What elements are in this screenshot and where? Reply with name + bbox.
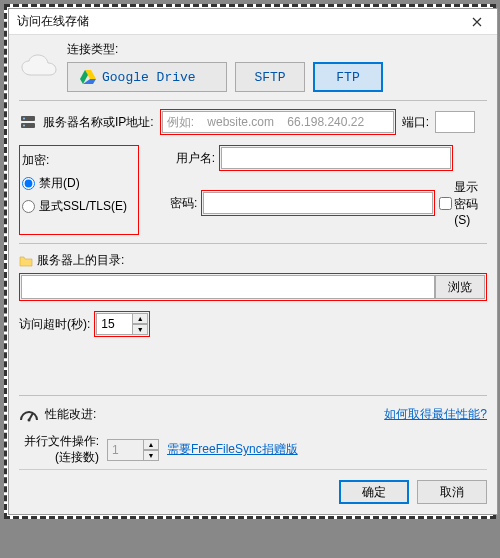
timeout-up-button[interactable]: ▲ [132, 313, 148, 324]
radio-ssl[interactable] [22, 200, 35, 213]
performance-label: 性能改进: [45, 406, 96, 423]
parallel-down-button[interactable]: ▼ [143, 450, 159, 461]
svg-point-5 [28, 419, 31, 422]
username-input[interactable] [221, 147, 451, 169]
gdrive-icon [80, 70, 96, 84]
svg-point-2 [23, 118, 25, 120]
server-icon [19, 113, 37, 131]
cancel-button[interactable]: 取消 [417, 480, 487, 504]
ssl-label: 显式SSL/TLS(E) [39, 198, 127, 215]
donate-link[interactable]: 需要FreeFileSync捐赠版 [167, 441, 298, 458]
radio-disable[interactable] [22, 177, 35, 190]
ftp-label: FTP [336, 70, 359, 85]
username-label: 用户名: [169, 150, 215, 167]
directory-label: 服务器上的目录: [37, 252, 124, 269]
cloud-icon [19, 53, 59, 81]
timeout-label: 访问超时(秒): [19, 316, 90, 333]
svg-point-3 [23, 125, 25, 127]
best-performance-link[interactable]: 如何取得最佳性能? [384, 406, 487, 423]
port-label: 端口: [402, 114, 429, 131]
gdrive-label: Google Drive [102, 70, 196, 85]
timeout-down-button[interactable]: ▼ [132, 324, 148, 335]
ftp-button[interactable]: FTP [313, 62, 383, 92]
close-icon [472, 17, 482, 27]
password-input[interactable] [203, 192, 433, 214]
gauge-icon [19, 404, 39, 424]
parallel-input [107, 439, 143, 461]
show-pw-box[interactable] [439, 197, 452, 210]
encryption-label: 加密: [22, 152, 130, 169]
google-drive-button[interactable]: Google Drive [67, 62, 227, 92]
port-input[interactable] [435, 111, 475, 133]
parallel-label: 并行文件操作: (连接数) [19, 434, 99, 465]
connection-type-label: 连接类型: [67, 41, 383, 58]
parallel-up-button[interactable]: ▲ [143, 439, 159, 450]
sftp-label: SFTP [254, 70, 285, 85]
close-button[interactable] [457, 9, 497, 35]
dialog-window: 访问在线存储 连接类型: Google Drive SFTP [8, 8, 498, 515]
disable-label: 禁用(D) [39, 175, 80, 192]
encryption-disable-radio[interactable]: 禁用(D) [22, 175, 130, 192]
sftp-button[interactable]: SFTP [235, 62, 305, 92]
password-label: 密码: [169, 195, 197, 212]
encryption-ssl-radio[interactable]: 显式SSL/TLS(E) [22, 198, 130, 215]
folder-icon [19, 255, 33, 267]
timeout-input[interactable] [96, 313, 132, 335]
directory-input[interactable] [21, 275, 435, 299]
server-input[interactable] [162, 111, 394, 133]
show-password-checkbox[interactable]: 显示密码(S) [439, 179, 488, 227]
titlebar: 访问在线存储 [9, 9, 497, 35]
server-label: 服务器名称或IP地址: [43, 114, 154, 131]
show-pw-label: 显示密码(S) [454, 179, 488, 227]
ok-button[interactable]: 确定 [339, 480, 409, 504]
browse-button[interactable]: 浏览 [435, 275, 485, 299]
window-title: 访问在线存储 [17, 13, 89, 30]
